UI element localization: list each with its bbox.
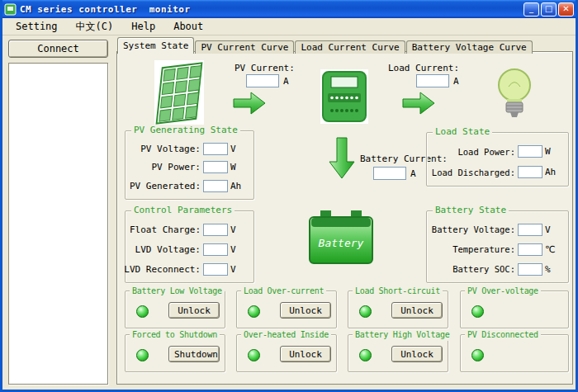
alarm-group-over-heated-inside: Over-heated Inside Unlock	[236, 334, 337, 372]
alarm-title: Forced to Shutdown	[130, 329, 220, 341]
battery-current-field[interactable]	[373, 167, 406, 180]
lvd-reconnect-field[interactable]	[203, 263, 228, 276]
load-over-current-led	[248, 305, 260, 318]
field-row: LVD Reconnect: V	[129, 263, 247, 276]
tab-battery-voltage-curve[interactable]: Battery Voltage Curve	[406, 40, 533, 54]
pv-generated-field[interactable]	[203, 180, 228, 192]
pv-power-label: PV Power:	[151, 162, 201, 172]
unit-label: W	[230, 162, 247, 172]
connect-button[interactable]: Connect	[8, 40, 108, 58]
load-discharged-label: Load Discharged:	[432, 168, 515, 177]
battery-soc-field[interactable]	[518, 263, 542, 276]
pv-power-field[interactable]	[203, 161, 228, 173]
battery-state-group: Battery State Battery Voltage: V Tempera…	[426, 210, 569, 283]
battery-low-voltage-unlock-button[interactable]: Unlock	[168, 302, 220, 319]
alarm-group-load-short-circuit: Load Short-circuit Unlock	[348, 290, 448, 328]
menu-setting[interactable]: Setting	[7, 19, 66, 34]
group-title: PV Generating State	[131, 125, 240, 136]
load-discharged-field[interactable]	[518, 166, 542, 178]
over-heated-inside-led	[248, 349, 260, 361]
battery-voltage-label: Battery Voltage:	[432, 224, 515, 234]
load-power-label: Load Power:	[457, 147, 515, 157]
close-button[interactable]: ✕	[558, 2, 574, 17]
device-listbox[interactable]	[8, 63, 108, 385]
float-charge-label: Float Charge:	[130, 224, 201, 235]
load-state-group: Load State Load Power: W Load Discharged…	[426, 132, 569, 187]
pv-voltage-label: PV Voltage:	[140, 144, 201, 154]
tab-pv-current-curve[interactable]: PV Current Curve	[195, 40, 294, 54]
field-row: Battery Voltage: V	[430, 224, 561, 236]
battery-current-unit: A	[410, 168, 416, 179]
load-current-field[interactable]	[416, 74, 449, 87]
maximize-button[interactable]: □	[541, 2, 557, 17]
field-row: Load Power: W	[430, 145, 561, 158]
unit-label: V	[230, 244, 247, 255]
app-icon	[4, 3, 17, 16]
battery-low-voltage-led	[136, 305, 149, 318]
alarm-title: Load Over-current	[241, 286, 326, 297]
unit-label: Ah	[545, 167, 561, 177]
minimize-button[interactable]: _	[524, 2, 539, 17]
load-short-circuit-unlock-button[interactable]: Unlock	[391, 302, 443, 319]
load-power-field[interactable]	[518, 145, 542, 158]
alarm-group-load-over-current: Load Over-current Unlock	[236, 290, 337, 328]
forced-to-shutdown-button[interactable]: Shutdown	[168, 346, 220, 362]
field-row: Float Charge: V	[129, 224, 247, 236]
field-row: Temperature: ℃	[430, 243, 561, 256]
pv-disconnected-led	[471, 349, 484, 361]
battery-high-voltage-led	[359, 349, 372, 361]
float-charge-field[interactable]	[203, 224, 228, 236]
group-title: Battery State	[433, 205, 509, 216]
unit-label: V	[230, 264, 247, 275]
alarm-title: PV Disconnected	[465, 329, 541, 341]
pv-current-field[interactable]	[246, 74, 279, 87]
tab-strip: System State PV Current Curve Load Curre…	[117, 37, 533, 54]
unit-label: W	[545, 146, 561, 157]
unit-label: V	[230, 144, 247, 154]
alarm-title: PV Over-voltage	[465, 286, 541, 297]
unit-label: ℃	[545, 244, 561, 255]
menu-bar: Setting 中文(C) Help About	[2, 18, 576, 35]
pv-current-label: PV Current:	[235, 63, 295, 73]
control-parameters-group: Control Parameters Float Charge: V LVD V…	[125, 210, 254, 283]
menu-about[interactable]: About	[165, 19, 211, 34]
lvd-reconnect-label: LVD Reconnect:	[124, 264, 201, 275]
window-title: CM series controller monitor	[20, 4, 520, 15]
load-current-unit: A	[453, 76, 459, 87]
lvd-voltage-label: LVD Voltage:	[135, 244, 201, 255]
group-title: Control Parameters	[131, 205, 235, 216]
group-title: Load State	[433, 126, 492, 138]
alarm-title: Battery High Voltage	[353, 329, 452, 341]
lvd-voltage-field[interactable]	[203, 243, 228, 256]
forced-to-shutdown-led	[136, 349, 149, 361]
solar-panel-icon	[154, 60, 204, 129]
field-row: PV Power: W	[129, 161, 247, 173]
alarm-group-forced-to-shutdown: Forced to Shutdown Shutdown	[125, 334, 225, 372]
pv-generated-label: PV Generated:	[130, 181, 201, 191]
over-heated-inside-unlock-button[interactable]: Unlock	[280, 346, 331, 362]
tab-page-system-state: PV Current: A Load Current: A	[116, 51, 573, 385]
load-current-label: Load Current:	[388, 63, 459, 73]
battery-icon: Battery	[307, 207, 375, 269]
arrow-down-icon	[329, 137, 355, 182]
load-over-current-unlock-button[interactable]: Unlock	[280, 302, 331, 319]
alarm-group-battery-high-voltage: Battery High Voltage Unlock	[348, 334, 448, 372]
field-row: Battery SOC: %	[430, 263, 561, 276]
light-bulb-icon	[495, 67, 533, 124]
tab-load-current-curve[interactable]: Load Current Curve	[295, 40, 405, 54]
battery-voltage-field[interactable]	[518, 224, 542, 236]
alarm-group-battery-low-voltage: Battery Low Voltage Unlock	[125, 290, 225, 328]
battery-image-label: Battery	[319, 237, 364, 249]
temperature-field[interactable]	[518, 243, 542, 256]
pv-voltage-field[interactable]	[203, 143, 228, 155]
title-bar: CM series controller monitor _ □ ✕	[0, 0, 578, 18]
menu-language[interactable]: 中文(C)	[68, 18, 122, 35]
menu-help[interactable]: Help	[123, 19, 163, 34]
unit-label: %	[545, 264, 561, 275]
controller-icon	[320, 69, 368, 126]
field-row: LVD Voltage: V	[129, 243, 247, 256]
load-short-circuit-led	[359, 305, 372, 318]
battery-high-voltage-unlock-button[interactable]: Unlock	[391, 346, 443, 362]
tab-system-state[interactable]: System State	[117, 37, 194, 54]
field-row: PV Voltage: V	[129, 143, 247, 155]
